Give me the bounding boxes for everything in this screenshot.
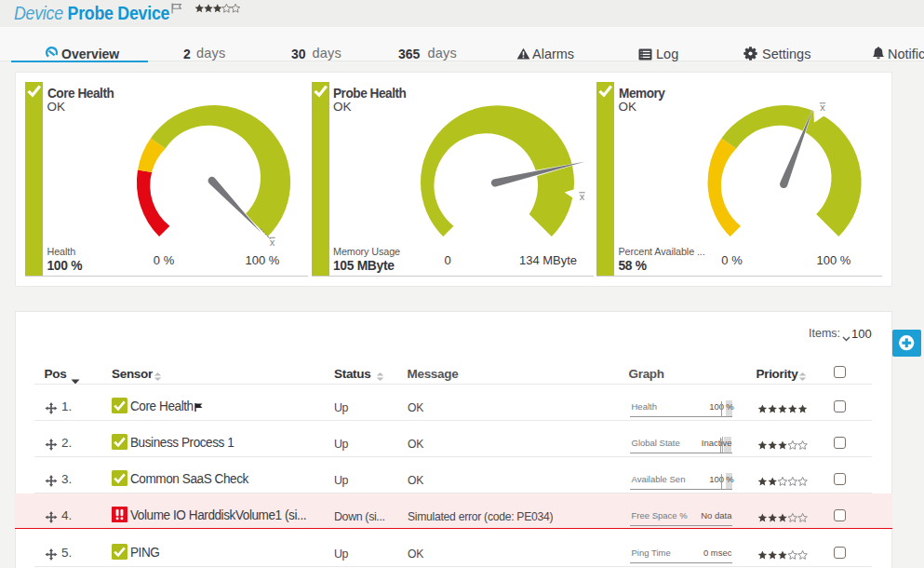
svg-text:x: x: [820, 101, 825, 113]
svg-text:x: x: [580, 191, 585, 202]
svg-text:x: x: [270, 237, 275, 248]
